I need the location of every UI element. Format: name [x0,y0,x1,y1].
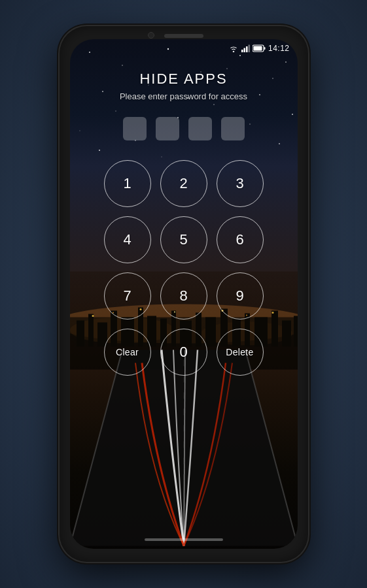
main-content: HIDE APPS Please enter password for acce… [70,57,298,549]
key-clear[interactable]: Clear [104,329,151,376]
status-bar: 14:12 [70,39,298,57]
key-1[interactable]: 1 [104,160,151,207]
svg-rect-53 [241,50,243,52]
screen-subtitle: Please enter password for access [120,91,247,101]
key-5[interactable]: 5 [160,216,207,263]
key-0[interactable]: 0 [160,329,207,376]
phone-frame: 14:12 HIDE APPS Please enter password fo… [60,26,308,562]
key-8[interactable]: 8 [160,272,207,319]
screen-title: HIDE APPS [139,71,227,88]
svg-rect-54 [243,48,245,53]
keypad: 1 2 3 4 5 6 7 8 9 Clear 0 Delete [104,160,264,376]
svg-rect-58 [253,46,262,51]
phone-screen: 14:12 HIDE APPS Please enter password fo… [70,39,298,549]
key-2[interactable]: 2 [160,160,207,207]
pin-dot-1 [123,117,147,140]
key-4[interactable]: 4 [104,216,151,263]
pin-dots [123,117,245,140]
key-6[interactable]: 6 [217,216,264,263]
status-time: 14:12 [268,44,290,53]
pin-dot-2 [156,117,179,140]
svg-rect-56 [248,45,250,53]
pin-dot-4 [221,117,245,140]
speaker [164,34,203,38]
key-7[interactable]: 7 [104,272,151,319]
key-9[interactable]: 9 [217,272,264,319]
svg-rect-59 [264,47,265,50]
svg-rect-55 [246,46,248,52]
camera [148,32,154,39]
signal-icon [241,44,250,52]
key-delete[interactable]: Delete [217,329,264,376]
key-3[interactable]: 3 [217,160,264,207]
battery-icon [253,44,266,52]
wifi-icon [229,44,238,52]
pin-dot-3 [188,117,212,140]
